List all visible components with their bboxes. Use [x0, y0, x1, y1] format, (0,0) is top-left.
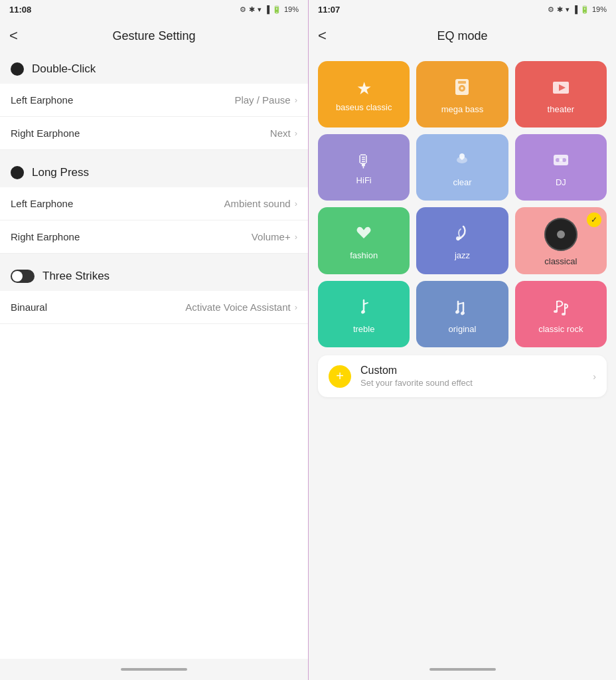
long-press-label: Long Press — [32, 166, 89, 179]
left-back-button[interactable]: < — [9, 29, 18, 43]
eq-tile-baseus-classic[interactable]: ★ baseus classic — [318, 61, 410, 128]
right-header: < EQ mode — [309, 19, 616, 53]
classical-vinyl-icon — [544, 218, 578, 251]
three-strikes-toggle[interactable] — [11, 270, 35, 283]
long-press-dot — [11, 166, 24, 179]
settings-gear-icon: ⚙ — [240, 5, 246, 14]
three-strikes-section-header: Three Strikes — [0, 260, 308, 291]
custom-title: Custom — [360, 365, 583, 377]
baseus-classic-label: baseus classic — [336, 102, 392, 112]
right-status-bar: 11:07 ⚙ ✱ ▾ ▐ 🔋 19% — [309, 0, 616, 19]
right-time: 11:07 — [318, 5, 340, 15]
left-time: 11:08 — [9, 5, 31, 15]
clear-label: clear — [453, 177, 471, 187]
left-panel: 11:08 ⚙ ✱ ▾ ▐ 🔋 19% < Gesture Setting Do… — [0, 0, 308, 680]
eq-tile-hifi[interactable]: 🎙 HiFi — [318, 134, 410, 201]
right-earphone-volume-row[interactable]: Right Earphone Volume+ › — [0, 220, 308, 254]
chevron-icon: › — [295, 95, 297, 105]
signal-icon: ▐ — [264, 5, 270, 13]
right-back-button[interactable]: < — [318, 29, 327, 43]
eq-tile-treble[interactable]: treble — [318, 281, 410, 347]
left-header: < Gesture Setting — [0, 19, 308, 53]
eq-tile-dj[interactable]: DJ — [515, 134, 607, 201]
svg-point-11 — [456, 236, 460, 240]
eq-tile-mega-bass[interactable]: mega bass — [416, 61, 508, 128]
svg-rect-3 — [458, 81, 466, 84]
original-label: original — [449, 324, 477, 334]
custom-card[interactable]: + Custom Set your favorite sound effect … — [318, 355, 607, 397]
eq-tile-classic-rock[interactable]: classic rock — [515, 281, 607, 347]
jazz-icon — [453, 224, 471, 245]
eq-tile-classical[interactable]: ✓ classical — [515, 207, 607, 274]
eq-tile-theater[interactable]: theater — [515, 61, 607, 128]
custom-chevron-icon: › — [593, 371, 596, 382]
svg-rect-10 — [559, 159, 563, 161]
custom-subtitle: Set your favorite sound effect — [360, 378, 583, 388]
left-earphone-ambient-row[interactable]: Left Earphone Ambient sound › — [0, 187, 308, 220]
eq-tile-jazz[interactable]: jazz — [416, 207, 508, 274]
hifi-label: HiFi — [356, 175, 372, 185]
classical-label: classical — [544, 256, 577, 266]
chevron-icon-3: › — [295, 199, 297, 209]
right-battery-pct: 19% — [592, 5, 607, 13]
right-signal-icon: ▐ — [572, 5, 578, 13]
right-battery-icon: 🔋 — [580, 5, 589, 14]
divider-1 — [0, 150, 308, 157]
left-status-bar: 11:08 ⚙ ✱ ▾ ▐ 🔋 19% — [0, 0, 308, 19]
right-panel: 11:07 ⚙ ✱ ▾ ▐ 🔋 19% < EQ mode ★ baseus c… — [308, 0, 616, 680]
wifi-icon: ▾ — [258, 5, 262, 14]
binaural-label: Binaural — [11, 301, 47, 313]
treble-label: treble — [353, 324, 375, 334]
eq-grid-wrapper: ★ baseus classic mega bass — [309, 53, 616, 659]
jazz-label: jazz — [455, 250, 470, 260]
chevron-icon-5: › — [295, 302, 297, 312]
mega-bass-label: mega bass — [441, 104, 484, 114]
left-earphone-ambient-label: Left Earphone — [11, 198, 73, 209]
original-icon — [453, 298, 471, 319]
eq-tile-clear[interactable]: clear — [416, 134, 508, 201]
battery-icon: 🔋 — [272, 5, 281, 14]
double-click-label: Double-Click — [32, 62, 96, 76]
classic-rock-icon — [552, 298, 570, 319]
eq-tile-fashion[interactable]: fashion — [318, 207, 410, 274]
mega-bass-icon — [453, 78, 471, 99]
right-home-indicator — [429, 668, 496, 671]
custom-plus-icon: + — [329, 365, 351, 388]
chevron-icon-4: › — [295, 232, 297, 242]
chevron-icon-2: › — [295, 128, 297, 138]
binaural-row[interactable]: Binaural Activate Voice Assistant › — [0, 291, 308, 324]
right-page-title: EQ mode — [437, 29, 487, 43]
fashion-icon — [354, 224, 373, 245]
double-click-dot — [11, 62, 24, 76]
left-home-indicator — [121, 668, 187, 671]
three-strikes-label: Three Strikes — [42, 270, 110, 283]
left-content: Double-Click Left Earphone Play / Pause … — [0, 53, 308, 659]
right-earphone-volume-value: Volume+ › — [252, 231, 297, 242]
right-settings-gear-icon: ⚙ — [548, 5, 554, 14]
fashion-label: fashion — [350, 250, 378, 260]
custom-text: Custom Set your favorite sound effect — [360, 365, 583, 388]
right-earphone-next-label: Right Earphone — [11, 128, 80, 139]
binaural-value: Activate Voice Assistant › — [185, 301, 297, 313]
right-bottom-bar — [309, 659, 616, 680]
long-press-section-header: Long Press — [0, 157, 308, 187]
left-bottom-bar — [0, 659, 308, 680]
right-wifi-icon: ▾ — [566, 5, 570, 14]
baseus-classic-icon: ★ — [356, 80, 372, 97]
dj-icon — [552, 151, 570, 172]
eq-tile-original[interactable]: original — [416, 281, 508, 347]
right-status-icons: ⚙ ✱ ▾ ▐ 🔋 19% — [548, 5, 607, 14]
left-earphone-ambient-value: Ambient sound › — [224, 198, 297, 209]
svg-point-13 — [562, 313, 566, 315]
left-earphone-play-value: Play / Pause › — [234, 94, 297, 106]
eq-grid: ★ baseus classic mega bass — [318, 61, 607, 347]
right-earphone-next-row[interactable]: Right Earphone Next › — [0, 117, 308, 150]
selected-badge: ✓ — [587, 212, 601, 227]
treble-icon — [354, 298, 373, 319]
hifi-icon: 🎙 — [355, 153, 372, 170]
theater-label: theater — [548, 104, 574, 114]
left-earphone-play-pause-row[interactable]: Left Earphone Play / Pause › — [0, 84, 308, 117]
left-page-title: Gesture Setting — [112, 29, 195, 43]
right-earphone-next-value: Next › — [270, 128, 297, 139]
right-bluetooth-icon: ✱ — [557, 5, 563, 14]
